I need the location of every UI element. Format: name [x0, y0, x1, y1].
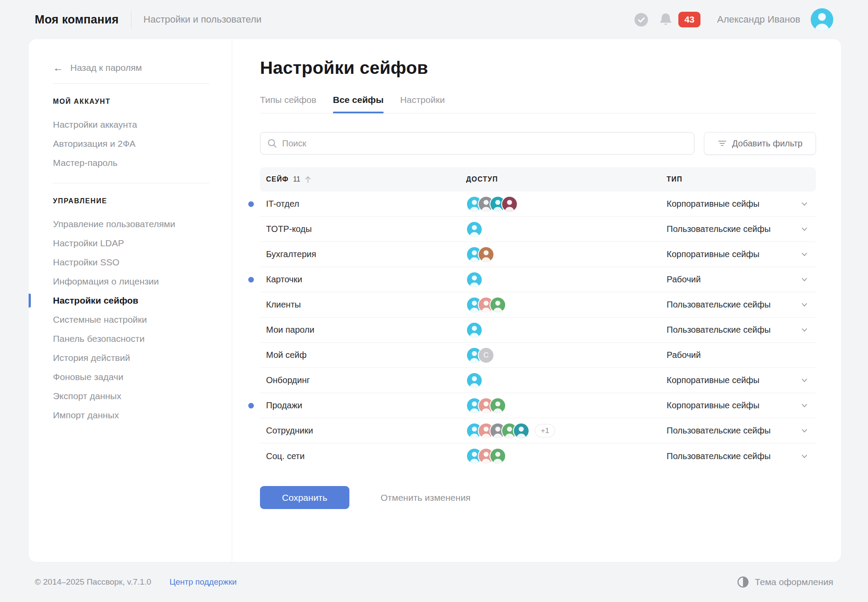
- sidebar-item[interactable]: Фоновые задачи: [53, 367, 232, 387]
- safe-name: Онбординг: [266, 375, 466, 385]
- user-avatar: C: [478, 347, 494, 364]
- content-card: ← Назад к паролям МОЙ АККАУНТНастройки а…: [29, 39, 841, 562]
- safe-type-value[interactable]: Пользовательские сейфы: [667, 451, 800, 461]
- column-access: ДОСТУП: [466, 175, 667, 183]
- sidebar-item[interactable]: История действий: [53, 348, 232, 367]
- back-arrow-icon: ←: [53, 63, 63, 73]
- safe-name: Карточки: [266, 275, 466, 284]
- filters-row: Добавить фильтр: [260, 132, 816, 155]
- sidebar-item[interactable]: Экспорт данных: [53, 387, 232, 406]
- sidebar-item[interactable]: Панель безопасности: [53, 329, 232, 348]
- access-avatars: [466, 372, 667, 389]
- table-row[interactable]: БухгалтерияКорпоративные сейфы: [260, 242, 816, 267]
- sidebar-item[interactable]: Настройки LDAP: [53, 234, 232, 253]
- chevron-down-icon[interactable]: [800, 401, 810, 410]
- safe-type-value[interactable]: Корпоративные сейфы: [667, 400, 800, 410]
- support-center-link[interactable]: Центр поддержки: [169, 577, 237, 587]
- sidebar-item[interactable]: Настройки аккаунта: [53, 115, 232, 134]
- chevron-down-icon[interactable]: [800, 452, 810, 460]
- check-circle-icon[interactable]: [635, 13, 648, 26]
- search-box: [260, 132, 694, 155]
- table-row[interactable]: КарточкиРабочий: [260, 267, 816, 292]
- user-avatar: [466, 322, 483, 338]
- chevron-down-icon[interactable]: [800, 250, 810, 258]
- chevron-down-icon[interactable]: [800, 200, 810, 208]
- tab[interactable]: Настройки: [400, 95, 445, 113]
- sidebar-item[interactable]: Настройки SSO: [53, 253, 232, 272]
- safe-type-value[interactable]: Пользовательские сейфы: [667, 325, 800, 335]
- safe-type-value[interactable]: Рабочий: [667, 275, 800, 284]
- table-row[interactable]: Мой сейфCРабочий: [260, 343, 816, 368]
- safe-type-value[interactable]: Пользовательские сейфы: [667, 224, 800, 234]
- safe-type-value[interactable]: Рабочий: [667, 350, 800, 360]
- access-avatars: +1: [466, 423, 667, 439]
- table-row[interactable]: TOTP-кодыПользовательские сейфы: [260, 217, 816, 242]
- search-input[interactable]: [282, 139, 687, 149]
- user-avatar: [490, 448, 506, 464]
- chevron-down-icon[interactable]: [800, 427, 810, 435]
- sort-asc-icon[interactable]: [305, 175, 311, 183]
- unsaved-indicator-dot: [248, 277, 254, 282]
- chevron-down-icon[interactable]: [800, 275, 810, 284]
- chevron-down-icon[interactable]: [800, 301, 810, 309]
- safe-name: Клиенты: [266, 300, 466, 310]
- more-users-chip[interactable]: +1: [535, 424, 555, 437]
- chevron-down-icon[interactable]: [800, 326, 810, 334]
- safe-type-value[interactable]: Пользовательские сейфы: [667, 426, 800, 436]
- column-type: ТИП: [667, 175, 800, 183]
- column-safe[interactable]: СЕЙФ 11: [266, 175, 466, 183]
- tab[interactable]: Типы сейфов: [260, 95, 316, 113]
- sidebar: ← Назад к паролям МОЙ АККАУНТНастройки а…: [29, 39, 232, 562]
- sidebar-item[interactable]: Информация о лицензии: [53, 272, 232, 291]
- chevron-down-icon[interactable]: [800, 376, 810, 384]
- copyright-text: © 2014–2025 Пассворк, v.7.1.0: [35, 577, 151, 587]
- user-avatar: [466, 221, 483, 238]
- safes-table: СЕЙФ 11 ДОСТУП ТИП IT-отделКорпоративные…: [260, 167, 816, 469]
- user-avatar: [466, 271, 483, 288]
- table-row[interactable]: IT-отделКорпоративные сейфы: [260, 192, 816, 217]
- back-to-passwords-link[interactable]: ← Назад к паролям: [53, 63, 232, 73]
- table-row[interactable]: Соц. сетиПользовательские сейфы: [260, 443, 816, 469]
- sidebar-item[interactable]: Авторизация и 2ФА: [53, 134, 232, 153]
- safe-name: IT-отдел: [266, 199, 466, 209]
- safe-name: Сотрудники: [266, 426, 466, 436]
- user-avatar: [490, 397, 506, 414]
- user-avatar[interactable]: [811, 8, 833, 31]
- unsaved-indicator-dot: [248, 403, 254, 408]
- safe-type-value[interactable]: Корпоративные сейфы: [667, 249, 800, 259]
- notification-count-badge[interactable]: 43: [678, 12, 700, 27]
- access-avatars: [466, 196, 667, 212]
- table-row[interactable]: ПродажиКорпоративные сейфы: [260, 393, 816, 418]
- sidebar-divider: [53, 183, 209, 183]
- theme-toggle-label: Тема оформления: [755, 577, 833, 587]
- sidebar-item[interactable]: Настройки сейфов: [53, 291, 232, 310]
- cancel-changes-button[interactable]: Отменить изменения: [381, 493, 470, 503]
- filter-icon: [717, 139, 727, 148]
- sidebar-item[interactable]: Импорт данных: [53, 406, 232, 425]
- theme-toggle[interactable]: Тема оформления: [737, 576, 833, 588]
- access-avatars: [466, 297, 667, 313]
- table-row[interactable]: Сотрудники+1Пользовательские сейфы: [260, 418, 816, 443]
- chevron-down-icon[interactable]: [800, 225, 810, 233]
- search-icon: [267, 139, 277, 148]
- table-row[interactable]: Мои паролиПользовательские сейфы: [260, 318, 816, 343]
- add-filter-button[interactable]: Добавить фильтр: [704, 132, 816, 155]
- table-row[interactable]: ОнбордингКорпоративные сейфы: [260, 368, 816, 393]
- topbar-section-label: Настройки и пользователи: [144, 14, 262, 25]
- user-avatar: [490, 297, 506, 313]
- back-link-label: Назад к паролям: [70, 63, 142, 73]
- save-button[interactable]: Сохранить: [260, 486, 349, 509]
- access-avatars: [466, 246, 667, 263]
- table-row[interactable]: КлиентыПользовательские сейфы: [260, 292, 816, 318]
- tab[interactable]: Все сейфы: [333, 95, 384, 113]
- sidebar-item[interactable]: Системные настройки: [53, 310, 232, 329]
- main-content: Настройки сейфов Типы сейфовВсе сейфыНас…: [232, 39, 841, 562]
- safe-type-value[interactable]: Корпоративные сейфы: [667, 199, 800, 209]
- safe-type-value[interactable]: Пользовательские сейфы: [667, 300, 800, 310]
- sidebar-section-title: МОЙ АККАУНТ: [53, 98, 232, 106]
- bell-icon[interactable]: [659, 13, 672, 26]
- safe-type-value[interactable]: Корпоративные сейфы: [667, 375, 800, 385]
- sidebar-item[interactable]: Управление пользователями: [53, 215, 232, 234]
- sidebar-item[interactable]: Мастер-пароль: [53, 153, 232, 172]
- access-avatars: C: [466, 347, 667, 364]
